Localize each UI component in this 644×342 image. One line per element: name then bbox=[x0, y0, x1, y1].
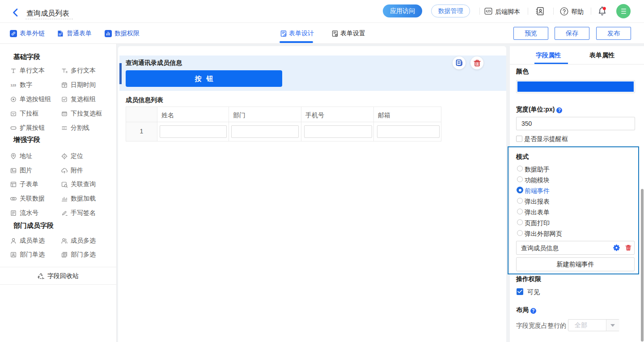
svg-text:123: 123 bbox=[11, 83, 17, 87]
